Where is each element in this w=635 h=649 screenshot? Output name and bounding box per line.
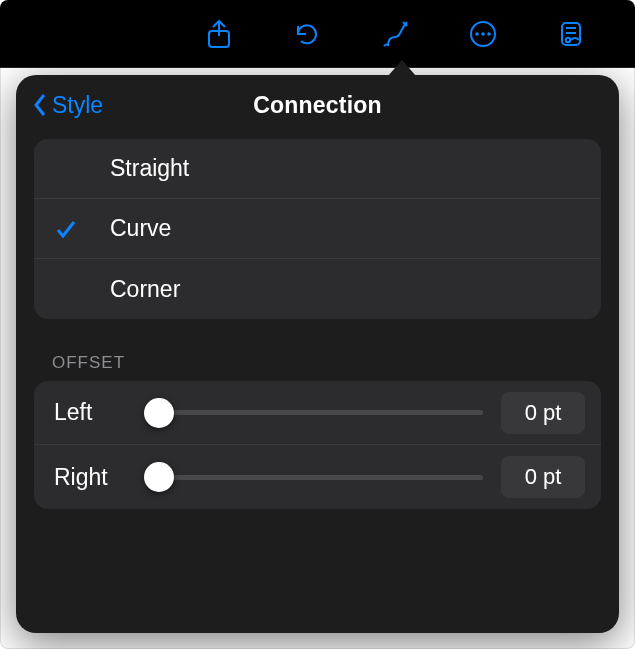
checkmark-icon — [54, 217, 110, 241]
offset-right-value[interactable]: 0 pt — [501, 456, 585, 498]
presenter-icon[interactable] — [551, 14, 591, 54]
format-icon[interactable] — [375, 14, 415, 54]
svg-point-6 — [566, 37, 570, 41]
offset-left-slider[interactable] — [144, 398, 483, 428]
more-icon[interactable] — [463, 14, 503, 54]
slider-thumb[interactable] — [144, 398, 174, 428]
share-icon[interactable] — [199, 14, 239, 54]
chevron-left-icon — [32, 92, 48, 118]
option-corner[interactable]: Corner — [34, 259, 601, 319]
offset-left-label: Left — [54, 399, 126, 426]
slider-track — [144, 475, 483, 480]
popover-title: Connection — [253, 92, 382, 119]
option-label: Curve — [110, 215, 171, 242]
app-frame: Style Connection Straight Curve Corner O… — [0, 0, 635, 649]
back-label: Style — [52, 92, 103, 119]
svg-point-2 — [475, 32, 479, 36]
option-straight[interactable]: Straight — [34, 139, 601, 199]
offset-section-header: OFFSET — [52, 353, 583, 373]
offset-right-label: Right — [54, 464, 126, 491]
option-label: Straight — [110, 155, 189, 182]
slider-track — [144, 410, 483, 415]
offset-card: Left 0 pt Right 0 pt — [34, 381, 601, 509]
offset-left-row: Left 0 pt — [34, 381, 601, 445]
slider-thumb[interactable] — [144, 462, 174, 492]
option-curve[interactable]: Curve — [34, 199, 601, 259]
offset-right-slider[interactable] — [144, 462, 483, 492]
undo-icon[interactable] — [287, 14, 327, 54]
back-button[interactable]: Style — [32, 75, 103, 135]
popover-header: Style Connection — [16, 75, 619, 135]
connection-type-list: Straight Curve Corner — [34, 139, 601, 319]
connection-popover: Style Connection Straight Curve Corner O… — [16, 75, 619, 633]
svg-point-3 — [481, 32, 485, 36]
option-label: Corner — [110, 276, 180, 303]
popover-arrow — [388, 60, 416, 76]
offset-right-row: Right 0 pt — [34, 445, 601, 509]
toolbar — [0, 0, 635, 68]
offset-left-value[interactable]: 0 pt — [501, 392, 585, 434]
svg-point-4 — [487, 32, 491, 36]
